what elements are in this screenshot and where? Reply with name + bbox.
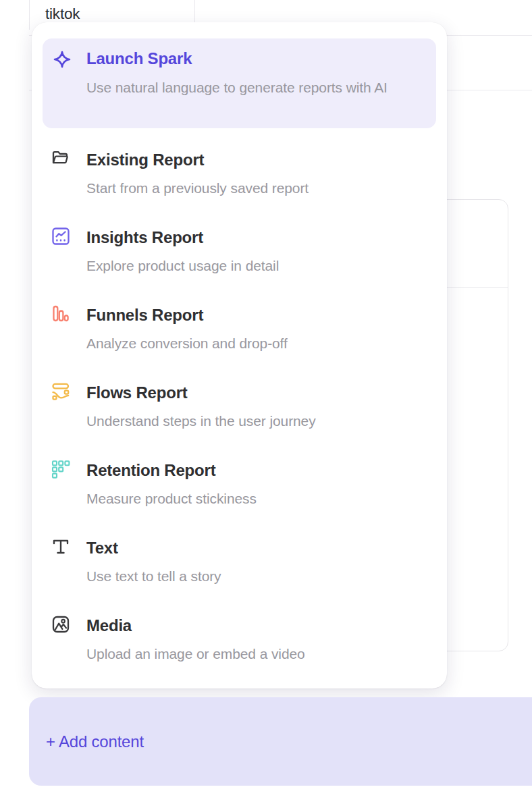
spark-icon (53, 50, 72, 69)
text-icon (51, 537, 75, 557)
add-content-menu-popover: Launch Spark Use natural language to gen… (32, 22, 447, 688)
open-folder-icon (51, 148, 75, 167)
table-cell-value: tiktok (45, 5, 80, 23)
menu-item-retention-report[interactable]: Retention Report Measure product stickin… (51, 460, 436, 509)
menu-item-description: Explore product usage in detail (86, 256, 279, 276)
menu-item-description: Measure product stickiness (86, 489, 257, 509)
menu-item-text[interactable]: Text Use text to tell a story (51, 538, 436, 587)
menu-item-existing-report[interactable]: Existing Report Start from a previously … (51, 150, 436, 198)
media-icon (51, 614, 75, 634)
menu-item-description: Understand steps in the user journey (86, 411, 316, 431)
funnel-bars-icon (51, 304, 75, 324)
menu-item-flows-report[interactable]: Flows Report Understand steps in the use… (51, 383, 436, 431)
flows-icon (51, 381, 75, 402)
menu-item-description: Use text to tell a story (86, 566, 221, 587)
menu-item-title: Launch Spark (86, 49, 388, 69)
retention-grid-icon (51, 459, 75, 479)
menu-item-description: Use natural language to generate reports… (86, 77, 388, 99)
menu-item-title: Flows Report (86, 383, 316, 403)
menu-item-description: Start from a previously saved report (86, 178, 309, 198)
menu-item-title: Media (86, 616, 305, 636)
table-column-divider (29, 0, 30, 30)
menu-item-title: Existing Report (86, 150, 309, 170)
menu-item-description: Analyze conversion and drop-off (86, 333, 288, 354)
menu-item-funnels-report[interactable]: Funnels Report Analyze conversion and dr… (51, 305, 436, 354)
add-content-button[interactable]: + Add content (29, 697, 532, 786)
menu-item-launch-spark[interactable]: Launch Spark Use natural language to gen… (43, 38, 436, 128)
insights-chart-icon (51, 226, 75, 246)
menu-item-title: Insights Report (86, 227, 279, 248)
menu-item-insights-report[interactable]: Insights Report Explore product usage in… (51, 227, 436, 276)
menu-item-title: Funnels Report (86, 305, 288, 325)
menu-item-title: Retention Report (86, 460, 257, 481)
menu-item-description: Upload an image or embed a video (86, 644, 305, 664)
add-content-label: + Add content (46, 732, 144, 751)
menu-item-media[interactable]: Media Upload an image or embed a video (51, 616, 436, 664)
menu-item-title: Text (86, 538, 221, 558)
